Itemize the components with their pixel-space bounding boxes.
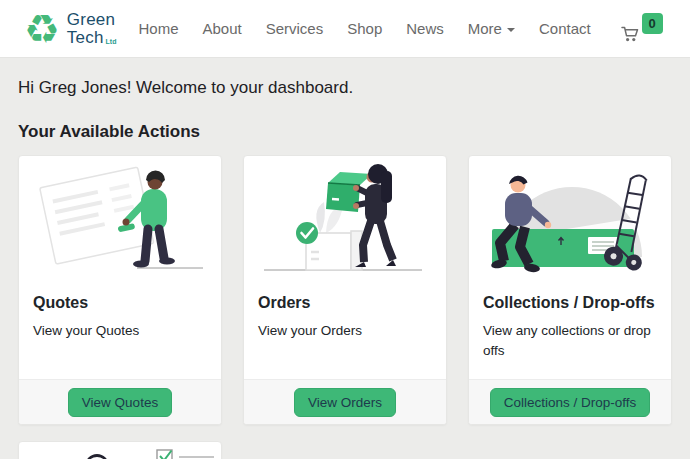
dashboard-main: Hi Greg Jones! Welcome to your dashboard… xyxy=(0,58,690,459)
nav-item-services[interactable]: Services xyxy=(266,20,324,37)
cart-count-badge: 0 xyxy=(642,13,663,34)
chevron-down-icon xyxy=(507,28,515,32)
nav-item-shop[interactable]: Shop xyxy=(347,20,382,37)
collections-dropoffs-button[interactable]: Collections / Drop-offs xyxy=(490,388,651,417)
view-quotes-button[interactable]: View Quotes xyxy=(68,388,172,417)
nav-links: Home About Services Shop News More Conta… xyxy=(138,20,590,37)
nav-item-more[interactable]: More xyxy=(468,20,515,37)
nav-item-about[interactable]: About xyxy=(202,20,241,37)
section-title: Your Available Actions xyxy=(18,122,672,142)
nav-item-contact[interactable]: Contact xyxy=(539,20,591,37)
action-cards-row: Quotes View your Quotes View Quotes xyxy=(18,155,672,425)
card-title-collections: Collections / Drop-offs xyxy=(483,294,657,312)
card-orders: Orders View your Orders View Orders xyxy=(243,155,447,425)
brand-line1: Green xyxy=(67,11,117,29)
brand-line2: Tech xyxy=(67,29,104,47)
card-title-quotes: Quotes xyxy=(33,294,207,312)
brand-logo[interactable]: ♻ Green Tech Ltd xyxy=(24,9,116,49)
brand-name: Green Tech Ltd xyxy=(67,11,117,47)
card-desc-orders: View your Orders xyxy=(258,321,432,341)
orders-illustration xyxy=(244,156,446,280)
partial-card-illustration xyxy=(19,442,222,459)
recycle-icon: ♻ xyxy=(24,9,60,49)
cart-icon xyxy=(621,25,640,43)
top-navbar: ♻ Green Tech Ltd Home About Services Sho… xyxy=(0,0,690,58)
card-footer-quotes: View Quotes xyxy=(19,379,221,424)
nav-item-news[interactable]: News xyxy=(406,20,444,37)
card-title-orders: Orders xyxy=(258,294,432,312)
view-orders-button[interactable]: View Orders xyxy=(294,388,396,417)
nav-item-home[interactable]: Home xyxy=(138,20,178,37)
card-footer-orders: View Orders xyxy=(244,379,446,424)
nav-item-more-label: More xyxy=(468,20,502,37)
card-collections: Collections / Drop-offs View any collect… xyxy=(468,155,672,425)
card-partial-fourth xyxy=(18,441,222,459)
cart-button[interactable]: 0 xyxy=(621,15,663,43)
quotes-illustration xyxy=(19,156,221,280)
greeting-text: Hi Greg Jones! Welcome to your dashboard… xyxy=(18,78,672,98)
card-quotes: Quotes View your Quotes View Quotes xyxy=(18,155,222,425)
card-footer-collections: Collections / Drop-offs xyxy=(469,379,671,424)
card-desc-quotes: View your Quotes xyxy=(33,321,207,341)
card-desc-collections: View any collections or drop offs xyxy=(483,321,657,360)
brand-suffix: Ltd xyxy=(106,38,117,47)
collections-illustration xyxy=(469,156,671,280)
